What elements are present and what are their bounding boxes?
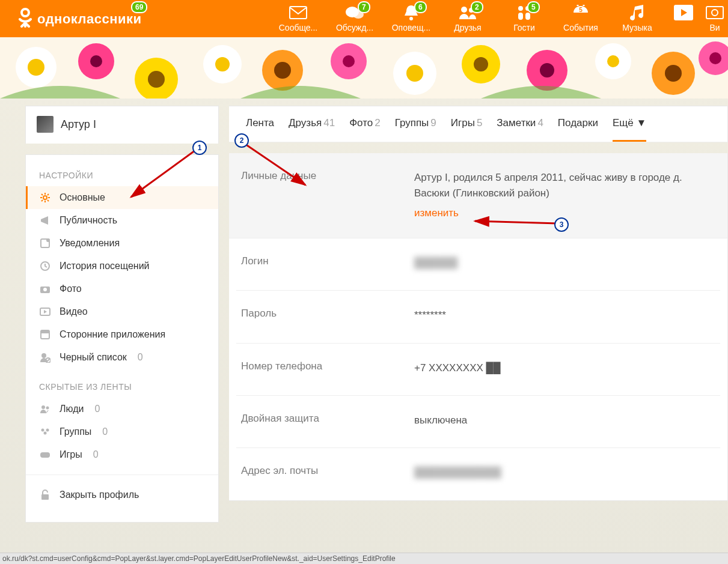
svg-rect-48: [41, 330, 49, 333]
settings-sidebar: НАСТРОЙКИ Основные Публичность Уведомлен…: [25, 154, 219, 523]
sidebar-item-video[interactable]: Видео: [26, 300, 218, 323]
topnav-messages[interactable]: Сообще...: [270, 0, 326, 37]
row-value: ██████: [414, 255, 457, 271]
row-login: Логин ██████: [236, 238, 720, 291]
events-icon: 5: [572, 5, 590, 22]
svg-point-5: [461, 7, 467, 13]
video-top-icon: [706, 6, 724, 21]
sidebar-hidden-games[interactable]: Игры 0: [26, 443, 218, 466]
row-label: Адрес эл. почты: [236, 465, 414, 481]
logo[interactable]: одноклассники: [0, 0, 142, 31]
row-personal-data: Личные данные Артур I, родился 5 апреля …: [229, 153, 727, 238]
sidebar-hidden-people[interactable]: Люди 0: [26, 398, 218, 420]
topnav-events[interactable]: 5 События: [552, 0, 609, 37]
sidebar-item-main[interactable]: Основные: [26, 186, 218, 209]
annotation-marker-1: 1: [192, 141, 207, 155]
sidebar-item-apps[interactable]: Сторонние приложения: [26, 323, 218, 346]
flowers-decoration: [0, 37, 728, 99]
row-2fa: Двойная защита выключена: [236, 396, 720, 448]
video-icon: [39, 306, 51, 317]
topnav-friends[interactable]: 2 Друзья: [439, 0, 496, 37]
change-link[interactable]: изменить: [414, 205, 459, 221]
user-name[interactable]: Артур I: [61, 118, 96, 131]
sidebar-item-notifications[interactable]: Уведомления: [26, 232, 218, 255]
tab-feed[interactable]: Лента: [246, 117, 274, 142]
topnav-play[interactable]: [665, 0, 702, 37]
sidebar-label: Фото: [60, 284, 82, 294]
sidebar-count: 0: [102, 426, 108, 437]
sidebar-item-photo[interactable]: Фото: [26, 277, 218, 300]
people-icon: [39, 404, 51, 414]
svg-point-49: [41, 353, 46, 358]
svg-point-14: [712, 10, 718, 16]
topnav-notifications[interactable]: 6 Оповещ...: [383, 0, 439, 37]
tab-photo[interactable]: Фото2: [349, 117, 381, 142]
svg-point-33: [540, 63, 554, 77]
sidebar-item-publicity[interactable]: Публичность: [26, 209, 218, 232]
sidebar-item-blacklist[interactable]: Черный список 0: [26, 346, 218, 369]
tab-friends[interactable]: Друзья41: [289, 117, 335, 142]
blacklist-icon: [39, 352, 51, 363]
row-label: Номер телефона: [236, 360, 414, 376]
svg-point-42: [46, 238, 50, 242]
sidebar-hidden-groups[interactable]: Группы 0: [26, 420, 218, 443]
svg-point-0: [22, 9, 29, 16]
svg-point-7: [518, 6, 523, 11]
svg-point-27: [343, 55, 355, 67]
topnav-guests[interactable]: 5 Гости: [496, 0, 552, 37]
sidebar-count: 0: [138, 352, 143, 363]
sidebar-label: Основные: [60, 192, 105, 203]
megaphone-icon: [39, 215, 51, 226]
svg-point-39: [709, 52, 721, 64]
tab-notes[interactable]: Заметки4: [497, 117, 543, 142]
svg-point-21: [148, 71, 165, 88]
svg-point-35: [607, 55, 619, 67]
svg-point-29: [406, 65, 423, 82]
row-phone: Номер телефона +7 XXXXXXXX ██: [236, 344, 720, 396]
banner: [0, 37, 728, 99]
sidebar-label: Черный список: [60, 352, 127, 363]
gear-icon: [39, 192, 51, 203]
svg-point-52: [46, 407, 49, 410]
row-value: Артур I, родился 5 апреля 2011, сейчас ж…: [414, 170, 720, 221]
topnav: Сообще... 7 Обсужд... 6 Оповещ... 2 Друз…: [270, 0, 728, 37]
row-password: Пароль ********: [236, 291, 720, 343]
tab-groups[interactable]: Группы9: [395, 117, 436, 142]
profile-tabs: Лента Друзья41 Фото2 Группы9 Игры5 Замет…: [229, 106, 728, 142]
svg-rect-56: [40, 452, 50, 458]
sidebar-lock-profile[interactable]: Закрыть профиль: [26, 475, 218, 506]
topbar: одноклассники 69 Сообще... 7 Обсужд... 6…: [0, 0, 728, 37]
svg-point-45: [43, 288, 47, 291]
tab-games[interactable]: Игры5: [451, 117, 483, 142]
avatar[interactable]: [37, 116, 54, 133]
topnav-discussions[interactable]: 7 Обсужд...: [326, 0, 383, 37]
row-label: Логин: [236, 255, 414, 271]
annotation-marker-3: 3: [554, 217, 569, 232]
sidebar-count: 0: [93, 449, 99, 460]
music-icon: [629, 4, 646, 23]
user-card: Артур I: [25, 106, 219, 144]
row-email: Адрес эл. почты ████████████: [236, 448, 720, 500]
svg-point-53: [41, 429, 44, 432]
svg-point-25: [274, 62, 291, 79]
topnav-music[interactable]: Музыка: [609, 0, 665, 37]
play-icon: [673, 4, 694, 23]
svg-point-37: [665, 65, 682, 82]
history-icon: [39, 261, 51, 271]
brand-text: одноклассники: [37, 11, 142, 27]
tab-more[interactable]: Ещё ▼: [613, 117, 646, 142]
tab-gifts[interactable]: Подарки: [558, 117, 598, 142]
sidebar-item-history[interactable]: История посещений: [26, 255, 218, 277]
topnav-video[interactable]: Ви: [702, 0, 728, 37]
sidebar-label: Люди: [60, 404, 84, 414]
row-label: Двойная защита: [236, 413, 414, 428]
logo-badge: 69: [131, 1, 147, 13]
svg-rect-9: [518, 13, 523, 20]
svg-rect-1: [290, 7, 307, 19]
sidebar-label: История посещений: [60, 261, 150, 271]
sidebar-heading-settings: НАСТРОЙКИ: [26, 168, 218, 186]
row-label: Личные данные: [236, 170, 414, 221]
app-icon: [39, 329, 51, 340]
svg-rect-57: [41, 494, 49, 500]
svg-point-40: [43, 196, 47, 199]
